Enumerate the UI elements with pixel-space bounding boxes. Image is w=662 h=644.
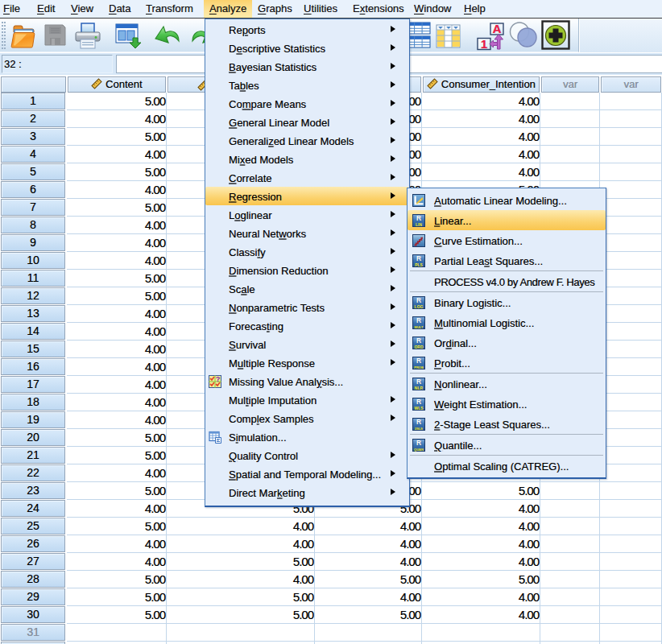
svg-text:PROB: PROB [414, 365, 424, 369]
svg-text:R: R [416, 439, 421, 447]
svg-text:ORD: ORD [414, 344, 424, 349]
svg-text:2SLS: 2SLS [415, 426, 423, 430]
svg-text:R: R [416, 378, 421, 386]
svg-text:R: R [416, 296, 421, 304]
svg-text:LIN: LIN [416, 221, 422, 226]
svg-text:WLS: WLS [414, 405, 424, 410]
svg-text:NLR: NLR [415, 385, 424, 390]
svg-text:R: R [416, 418, 421, 426]
svg-text:QUAN: QUAN [414, 447, 424, 451]
svg-text:1: 1 [481, 37, 487, 51]
svg-text:MULT: MULT [415, 324, 424, 328]
svg-text:PLS: PLS [415, 262, 423, 266]
svg-text:?: ? [216, 375, 221, 383]
svg-text:R: R [416, 336, 421, 345]
svg-text:A: A [493, 22, 502, 35]
svg-text:R: R [416, 254, 421, 262]
svg-text:R: R [416, 357, 421, 365]
svg-text:R: R [416, 398, 421, 406]
svg-text:LOG: LOG [415, 303, 424, 308]
svg-text:R: R [416, 214, 421, 222]
svg-text:R: R [416, 316, 421, 324]
